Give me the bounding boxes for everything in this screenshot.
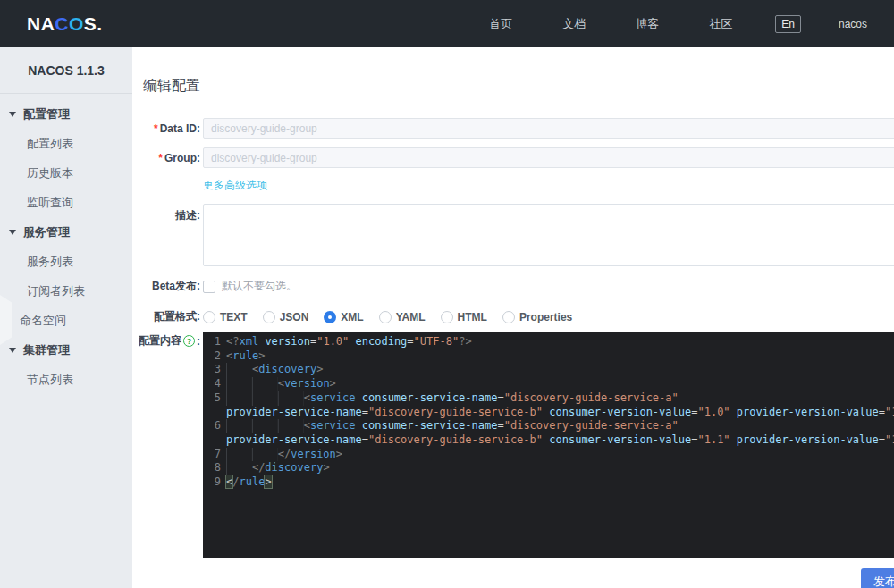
format-label: 配置格式: [143,309,200,324]
data-id-label: *Data ID: [143,122,200,135]
sidebar-item[interactable]: 服务列表 [0,247,132,276]
line-number [203,406,226,420]
sidebar-collapse-handle[interactable] [0,295,12,345]
sidebar-item-label: 配置列表 [27,136,73,152]
code-line: 5 <service consumer-service-name="discov… [203,391,894,406]
line-number: 7 [203,448,226,462]
sidebar-item-label: 命名空间 [20,313,66,329]
content-label: 配置内容?: [143,332,200,349]
format-radio-json[interactable]: JSON [263,311,309,323]
logo-letter: S. [84,13,103,34]
logo-letter: NA [27,13,55,34]
format-radio-properties[interactable]: Properties [502,311,572,323]
sidebar-item[interactable]: 配置管理 [0,99,132,129]
beta-checkbox[interactable] [203,281,215,293]
code-text: <version> [226,377,336,391]
group-row: *Group: [143,147,894,168]
code-line: 4 <version> [203,377,894,391]
sidebar-item-label: 订阅者列表 [27,283,85,299]
code-line: 2<rule> [203,349,894,364]
radio-icon [379,311,392,323]
sidebar-item[interactable]: 命名空间 [0,306,132,335]
code-text: <?xml version="1.0" encoding="UTF-8"?> [226,335,472,349]
code-text: </version> [226,448,342,462]
nacos-logo[interactable]: NACOS. [27,13,103,35]
code-line: provider-service-name="discovery-guide-s… [203,406,894,420]
sidebar-item-label: 服务管理 [23,224,70,240]
chevron-down-icon [9,230,16,235]
action-bar: 发布 返回 [143,568,894,588]
format-radio-html[interactable]: HTML [441,311,487,323]
sidebar-item[interactable]: 订阅者列表 [0,276,132,306]
radio-label: JSON [280,311,309,323]
sidebar-item[interactable]: 监听查询 [0,188,132,217]
code-text: <rule> [226,349,265,364]
code-editor[interactable]: 1<?xml version="1.0" encoding="UTF-8"?>2… [203,332,894,558]
sidebar-item[interactable]: 节点列表 [0,365,132,394]
more-advanced-options-link[interactable]: 更多高级选项 [203,179,267,191]
edit-config-form: *Data ID: *Group: 更多高级选项 描述: Beta发布: 默认不… [143,118,894,588]
code-line: 7 </version> [203,448,894,462]
description-textarea[interactable] [203,204,894,266]
required-asterisk: * [154,122,158,135]
username-menu[interactable]: nacos [839,18,867,30]
logo-letter: C [55,13,69,34]
sidebar-item-label: 节点列表 [27,372,73,388]
description-row: 描述: [143,204,894,270]
code-text: </rule> [226,475,272,490]
line-number [203,433,226,448]
top-navbar: NACOS. 首页文档博客社区 En nacos [0,0,894,47]
sidebar-menu: 配置管理配置列表历史版本监听查询服务管理服务列表订阅者列表命名空间集群管理节点列… [0,94,132,394]
radio-icon [502,311,515,323]
code-text: provider-service-name="discovery-guide-s… [226,406,894,420]
format-radio-group: TEXTJSONXMLYAMLHTMLProperties [203,311,894,323]
chevron-down-icon [9,348,16,353]
line-number: 9 [203,475,226,490]
line-number: 2 [203,349,226,364]
line-number: 1 [203,335,226,349]
line-number: 8 [203,461,226,475]
sidebar: NACOS 1.1.3 配置管理配置列表历史版本监听查询服务管理服务列表订阅者列… [0,47,132,588]
data-id-input[interactable] [203,118,894,139]
sidebar-item-label: 配置管理 [23,106,70,122]
top-nav-link[interactable]: 首页 [489,16,512,32]
language-toggle-button[interactable]: En [775,15,801,33]
top-nav-link[interactable]: 社区 [709,16,732,32]
main-content: 编辑配置 *Data ID: *Group: 更多高级选项 描述: Beta发布… [132,47,894,588]
code-text: provider-service-name="discovery-guide-s… [226,433,894,448]
beta-row: Beta发布: 默认不要勾选。 [143,279,894,294]
sidebar-item[interactable]: 历史版本 [0,158,132,188]
top-nav-link[interactable]: 博客 [636,16,659,32]
top-nav-link[interactable]: 文档 [562,16,586,32]
radio-label: XML [341,311,363,323]
code-line: provider-service-name="discovery-guide-s… [203,433,894,448]
group-input[interactable] [203,147,894,168]
radio-label: TEXT [220,311,248,323]
beta-label: Beta发布: [143,279,200,294]
code-line: 3 <discovery> [203,363,894,377]
publish-button[interactable]: 发布 [861,568,894,588]
code-lines: 1<?xml version="1.0" encoding="UTF-8"?>2… [203,335,894,490]
code-line: 8 </discovery> [203,461,894,475]
format-radio-xml[interactable]: XML [324,311,363,323]
radio-icon [203,311,215,323]
logo-letter: O [69,13,84,34]
sidebar-item[interactable]: 配置列表 [0,129,132,158]
format-radio-yaml[interactable]: YAML [379,311,426,323]
sidebar-item-label: 监听查询 [27,195,73,211]
help-icon[interactable]: ? [183,335,195,347]
code-line: 9</rule> [203,475,894,490]
content-row: 配置内容?: 1<?xml version="1.0" encoding="UT… [143,332,894,558]
sidebar-item[interactable]: 服务管理 [0,217,132,247]
format-radio-text[interactable]: TEXT [203,311,248,323]
line-number: 5 [203,391,226,406]
radio-icon [324,311,336,323]
line-number: 3 [203,363,226,377]
code-text: <discovery> [226,363,323,377]
code-text: <service consumer-service-name="discover… [226,419,679,433]
sidebar-item[interactable]: 集群管理 [0,335,132,365]
line-number: 6 [203,419,226,433]
required-asterisk: * [158,152,163,164]
group-label: *Group: [143,152,200,164]
code-text: <service consumer-service-name="discover… [226,391,679,406]
